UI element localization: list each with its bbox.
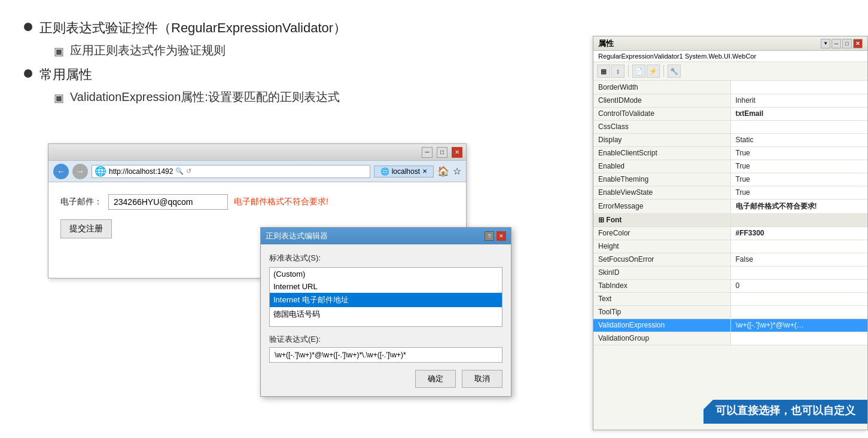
form-label: 电子邮件： — [60, 197, 102, 207]
dialog-body: 标准表达式(S): (Custom) Internet URL Internet… — [261, 244, 511, 396]
prop-value-5: True — [730, 146, 867, 160]
prop-name-19: ValidationGroup — [593, 332, 730, 345]
prop-value-13: False — [730, 253, 867, 266]
prop-name-0: BorderWidth — [593, 81, 730, 94]
prop-value-12 — [730, 240, 867, 253]
prop-name-8: EnableViewState — [593, 186, 730, 199]
browser-minimize-btn[interactable]: ─ — [422, 147, 433, 158]
browser-star-icon[interactable]: ☆ — [453, 166, 461, 177]
props-row-6: EnabledTrue — [593, 160, 867, 173]
dialog-expr-input[interactable] — [269, 347, 502, 363]
props-row-11: ForeColor#FF3300 — [593, 226, 867, 240]
prop-value-8: True — [730, 186, 867, 199]
browser-url-bar[interactable]: 🌐 http://localhost:1492 🔍 ↺ — [92, 165, 370, 178]
prop-value-17 — [730, 305, 867, 318]
prop-value-9: 电子邮件格式不符合要求! — [730, 199, 867, 213]
prop-name-3: CssClass — [593, 120, 730, 133]
props-row-10: ⊞ Font — [593, 213, 867, 226]
browser-forward-btn[interactable]: → — [72, 164, 88, 179]
browser-tab[interactable]: 🌐 localhost ✕ — [374, 166, 434, 177]
dialog-titlebar: 正则表达式编辑器 ? ✕ — [261, 228, 511, 244]
prop-value-4: Static — [730, 133, 867, 146]
props-row-1: ClientIDModeInherit — [593, 94, 867, 107]
prop-value-6: True — [730, 160, 867, 173]
browser-tab-close[interactable]: ✕ — [422, 168, 427, 174]
props-component-name: RegularExpressionValidator1 System.Web.U… — [593, 51, 867, 62]
props-row-3: CssClass — [593, 120, 867, 133]
props-close-btn[interactable]: ✕ — [853, 39, 863, 48]
form-input[interactable] — [108, 194, 228, 210]
prop-value-19 — [730, 332, 867, 345]
bullet-dot-2 — [24, 69, 32, 78]
props-row-15: TabIndex0 — [593, 279, 867, 292]
props-pin-btn[interactable]: ▾ — [821, 39, 830, 48]
prop-name-12: Height — [593, 240, 730, 253]
props-row-4: DisplayStatic — [593, 133, 867, 146]
listbox-item-1[interactable]: Internet URL — [270, 280, 502, 293]
listbox-item-2[interactable]: Internet 电子邮件地址 — [270, 293, 502, 307]
browser-tab-label: localhost — [392, 167, 420, 176]
listbox-item-0[interactable]: (Custom) — [270, 268, 502, 280]
props-grid-btn[interactable]: ▦ — [597, 65, 610, 78]
props-row-0: BorderWidth — [593, 81, 867, 94]
browser-tab-icon: 🌐 — [380, 167, 389, 176]
bullet-title-2: 常用属性 — [39, 65, 92, 84]
props-title-btns: ▾ ─ □ ✕ — [821, 39, 863, 48]
prop-name-11: ForeColor — [593, 226, 730, 240]
props-minimize-btn[interactable]: ─ — [832, 39, 841, 48]
dialog-buttons: 确定 取消 — [269, 370, 502, 388]
dialog-close-btn[interactable]: ✕ — [497, 231, 506, 241]
prop-name-15: TabIndex — [593, 279, 730, 292]
prop-value-18: \w+([-.']\w+)*@\w+(… — [730, 318, 867, 332]
prop-value-7: True — [730, 173, 867, 186]
browser-back-btn[interactable]: ← — [53, 164, 69, 179]
props-row-16: Text — [593, 292, 867, 305]
sub-icon-1: ▣ — [54, 45, 64, 58]
props-row-18: ValidationExpression\w+([-.']\w+)*@\w+(… — [593, 318, 867, 332]
dialog-expr-label: 验证表达式(E): — [269, 334, 502, 345]
prop-name-16: Text — [593, 292, 730, 305]
regex-dialog: 正则表达式编辑器 ? ✕ 标准表达式(S): (Custom) Internet… — [260, 227, 511, 397]
tooltip-text: 可以直接选择，也可以自定义 — [715, 405, 855, 416]
prop-name-2: ControlToValidate — [593, 107, 730, 120]
prop-name-4: Display — [593, 133, 730, 146]
prop-value-14 — [730, 266, 867, 279]
props-row-13: SetFocusOnErrorFalse — [593, 253, 867, 266]
browser-refresh-icon: ↺ — [186, 167, 191, 175]
dialog-help-btn[interactable]: ? — [485, 231, 494, 241]
props-titlebar: 属性 ▾ ─ □ ✕ — [593, 36, 867, 51]
sub-bullet-2: ▣ ValidationExpression属性:设置要匹配的正则表达式 — [54, 89, 562, 105]
dialog-ok-btn[interactable]: 确定 — [415, 370, 456, 388]
sub-text-2: ValidationExpression属性:设置要匹配的正则表达式 — [70, 89, 340, 105]
props-wrench-btn[interactable]: 🔧 — [668, 65, 681, 78]
props-sort-btn[interactable]: ↕ — [611, 65, 625, 78]
browser-restore-btn[interactable]: □ — [437, 147, 447, 158]
dialog-listbox[interactable]: (Custom) Internet URL Internet 电子邮件地址 德国… — [269, 267, 502, 327]
props-lightning-btn[interactable]: ⚡ — [647, 65, 660, 78]
props-row-9: ErrorMessage电子邮件格式不符合要求! — [593, 199, 867, 213]
prop-name-10: ⊞ Font — [593, 213, 730, 226]
props-row-5: EnableClientScriptTrue — [593, 146, 867, 160]
props-scroll-container[interactable]: BorderWidthClientIDModeInheritControlToV… — [593, 81, 867, 415]
prop-name-17: ToolTip — [593, 305, 730, 318]
props-page-btn[interactable]: 📄 — [632, 65, 645, 78]
browser-search-icon: 🔍 — [175, 167, 184, 175]
prop-name-7: EnableTheming — [593, 173, 730, 186]
props-toolbar: ▦ ↕ 📄 ⚡ 🔧 — [593, 62, 867, 81]
listbox-item-3[interactable]: 德国电话号码 — [270, 307, 502, 321]
dialog-title-btns: ? ✕ — [485, 231, 506, 241]
prop-value-16 — [730, 292, 867, 305]
browser-close-btn[interactable]: ✕ — [452, 147, 462, 158]
form-error: 电子邮件格式不符合要求! — [234, 197, 328, 207]
browser-titlebar: ─ □ ✕ — [48, 144, 466, 161]
props-row-7: EnableThemingTrue — [593, 173, 867, 186]
props-restore-btn[interactable]: □ — [842, 39, 852, 48]
props-row-8: EnableViewStateTrue — [593, 186, 867, 199]
browser-home-icon[interactable]: 🏠 — [437, 166, 449, 177]
bullet-title-1: 正则表达式验证控件（RegularExpressionValidator） — [39, 18, 346, 38]
bullet-item-1: 正则表达式验证控件（RegularExpressionValidator） — [24, 18, 562, 38]
props-row-2: ControlToValidatetxtEmail — [593, 107, 867, 120]
dialog-cancel-btn[interactable]: 取消 — [462, 370, 502, 388]
form-submit-btn[interactable]: 提交注册 — [60, 219, 112, 238]
props-separator-2 — [663, 65, 664, 77]
